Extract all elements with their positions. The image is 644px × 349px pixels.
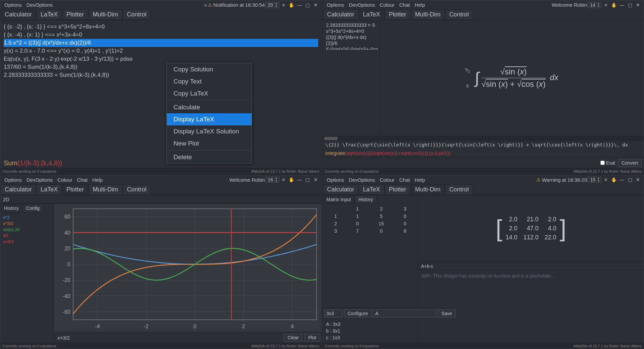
ctx-copy-solution[interactable]: Copy Solution [167,63,252,75]
variable-list[interactable]: A : 3x3 b : 3x1 c : 1x3 [323,319,418,343]
tab-calculator[interactable]: Calculator [323,9,359,20]
tab-control[interactable]: Control [122,184,151,195]
matrix-table[interactable]: 123 1150 20150 3708 [323,204,418,236]
menu-options[interactable]: Options [325,176,346,183]
menu-icon[interactable]: ≡ [280,176,287,183]
history-item[interactable]: 40 [3,233,51,239]
tab-plotter[interactable]: Plotter [62,9,88,20]
menu-help[interactable]: Help [412,176,427,183]
ctx-copy-text[interactable]: Copy Text [167,75,252,88]
matrix-cell[interactable]: 0 [394,213,416,220]
latex-input[interactable]: integrate(sqrt(sin(x))/(sqrt(sin(x))+sqr… [323,149,644,157]
plot-canvas[interactable]: -4-2024-60-40-200204060 [54,204,321,332]
menu-icon[interactable]: ≡ [602,2,609,8]
tab-calculator[interactable]: Calculator [0,9,36,20]
tab-calculator[interactable]: Calculator [323,184,359,195]
subtab-history[interactable]: History [0,204,22,213]
maximize-icon[interactable]: ▢ [626,176,634,183]
spinner[interactable]: 20▲▼ [265,2,279,8]
minimize-icon[interactable]: — [618,176,626,183]
subtab-matrix-input[interactable]: Matrix Input [323,195,355,204]
eval-checkbox[interactable]: Eval [600,160,615,166]
var-item[interactable]: b : 3x1 [326,328,415,334]
menu-devoptions[interactable]: DevOptions [347,1,377,8]
subtab-history[interactable]: History [355,195,377,204]
matrix-cell[interactable]: 0 [347,220,368,227]
subtab-config[interactable]: Config [22,204,43,213]
minimize-icon[interactable]: — [296,2,303,8]
menu-devoptions[interactable]: DevOptions [24,1,55,8]
ctx-display-latex-solution[interactable]: Display LaTeX Solution [167,125,252,137]
history-item[interactable]: x^3/2 [3,221,51,227]
var-item[interactable]: c : 1x3 [326,334,415,341]
history-item[interactable]: sin(x)·20 [3,227,51,233]
calc-line[interactable]: 2.28333333333333 = Sum(1/(k-3),(k,4,8)) [4,71,318,79]
matrix-cell[interactable]: 0 [394,220,416,227]
hand-icon[interactable]: ✋ [610,176,617,183]
calc-line[interactable]: Eq(u(x, y), F(3·x - 2·y)·exp(-2·x/13 - 3… [4,55,318,63]
tab-multidim[interactable]: Multi-Dim [411,9,445,20]
history-item[interactable]: s^3+5s^2+8s+4=0 [326,28,376,34]
tab-multidim[interactable]: Multi-Dim [88,184,122,195]
clear-button[interactable]: Clear [284,334,302,342]
menu-help[interactable]: Help [412,1,427,8]
tab-calculator[interactable]: Calculator [0,184,36,195]
matrix-cell[interactable]: 1 [347,213,368,220]
convert-button[interactable]: Convert [618,159,642,167]
minimize-icon[interactable]: — [296,176,303,183]
dimension-input[interactable] [324,309,343,317]
maximize-icon[interactable]: ▢ [626,2,634,8]
tab-control[interactable]: Control [445,9,473,20]
plot-input[interactable] [55,334,282,341]
menu-help[interactable]: Help [90,176,105,183]
calculator-history[interactable]: { {s: -2} , {s: -1} } <== s^3+5s^2+8s+4=… [0,20,321,82]
menu-icon[interactable]: ≡ [280,2,287,8]
close-icon[interactable]: ✕ [634,176,642,183]
tab-latex[interactable]: LaTeX [36,9,62,20]
scrollbar-horizontal[interactable] [323,136,644,141]
menu-options[interactable]: Options [2,1,24,8]
history-item[interactable]: x^2 [3,215,51,221]
menu-chat[interactable]: Chat [397,176,412,183]
tab-multidim[interactable]: Multi-Dim [411,184,445,195]
tab-control[interactable]: Control [122,9,151,20]
spinner[interactable]: 14▲▼ [588,2,601,8]
ctx-delete[interactable]: Delete [167,151,252,163]
calc-line[interactable]: 137/60 = Sum(1/(k-3),(k,4,8)) [4,63,318,71]
maximize-icon[interactable]: ▢ [304,2,311,8]
menu-chat[interactable]: Chat [397,1,412,8]
hand-icon[interactable]: ✋ [610,2,617,8]
matrix-cell[interactable]: 5 [368,213,394,220]
ctx-calculate[interactable]: Calculate [167,101,252,113]
calc-line[interactable]: { {s: -2} , {s: -1} } <== s^3+5s^2+8s+4=… [4,23,318,31]
history-item[interactable]: ((3)(∫ d(x²)/dx+x dx)(2))/6 [326,34,376,46]
menu-colour[interactable]: Colour [378,1,397,8]
close-icon[interactable]: ✕ [312,2,319,8]
ctx-display-latex[interactable]: Display LaTeX [167,113,252,125]
tab-multidim[interactable]: Multi-Dim [88,9,122,20]
hand-icon[interactable]: ✋ [288,2,295,8]
tab-plotter[interactable]: Plotter [385,9,411,20]
spinner[interactable]: 15▲▼ [588,177,601,183]
tab-latex[interactable]: LaTeX [36,184,62,195]
menu-options[interactable]: Options [325,1,346,8]
latex-history[interactable]: 2.28333333333333 = S s^3+5s^2+8s+4=0 ((3… [323,20,380,50]
menu-icon[interactable]: ≡ [602,176,609,183]
calc-line-selected[interactable]: 1.5·x^2 = ((3)(∫ d(x²)/dx+x dx)(2))/6 [4,39,318,47]
history-item[interactable]: x=3/2 [3,239,51,245]
close-icon[interactable]: ✕ [634,2,642,8]
calculator-input[interactable]: Sum(1/(k-3),(k,4,8)) [0,158,321,168]
calc-line[interactable]: { {x: -4} , {x: 1} } <== x²+3x-4=0 [4,31,318,39]
tab-plotter[interactable]: Plotter [385,184,411,195]
matrix-cell[interactable]: 15 [368,220,394,227]
matrix-cell[interactable]: 0 [368,227,394,235]
matrix-cell[interactable]: 7 [347,227,368,235]
close-icon[interactable]: ✕ [312,176,319,183]
configure-button[interactable]: Configure [344,309,372,317]
history-item[interactable]: 2.28333333333333 = S [326,22,376,28]
menu-chat[interactable]: Chat [75,176,90,183]
tab-control[interactable]: Control [445,184,473,195]
history-item[interactable]: ∫(√(sin(x))/(√(sin(x))+√(co [326,46,376,50]
menu-devoptions[interactable]: DevOptions [347,176,377,183]
ctx-new-plot[interactable]: New Plot [167,137,252,150]
